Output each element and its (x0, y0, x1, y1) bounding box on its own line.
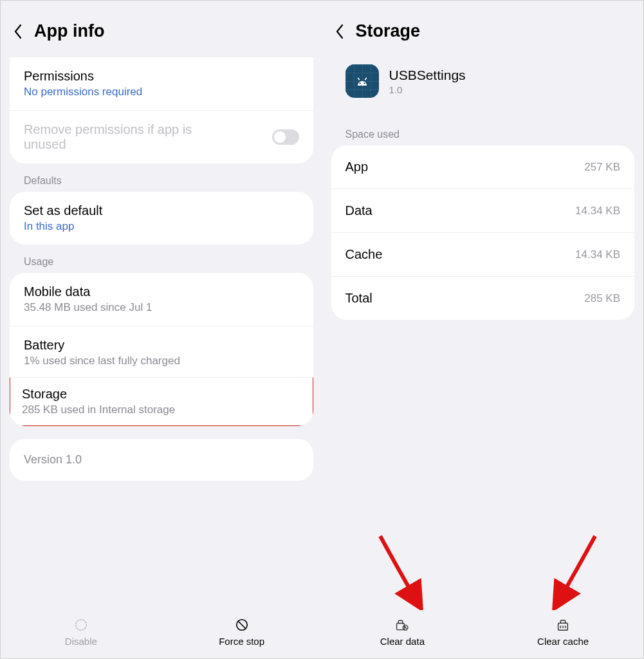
space-used-card: App 257 KB Data 14.34 KB Cache 14.34 KB … (331, 145, 635, 320)
mobile-data-title: Mobile data (24, 284, 152, 299)
data-size-value: 14.34 KB (575, 205, 620, 218)
data-size-row: Data 14.34 KB (331, 189, 635, 232)
version-row: Version 1.0 (10, 439, 313, 481)
disable-label: Disable (65, 636, 97, 647)
app-icon (345, 64, 379, 98)
app-version: 1.0 (389, 84, 466, 95)
permissions-subtitle: No permissions required (24, 86, 142, 98)
svg-line-6 (365, 78, 366, 79)
clear-cache-label: Clear cache (537, 636, 589, 647)
section-usage: Usage (1, 245, 322, 273)
data-size-label: Data (345, 203, 373, 218)
svg-line-5 (358, 78, 359, 79)
version-card: Version 1.0 (10, 439, 313, 481)
defaults-card: Set as default In this app (10, 192, 313, 245)
clear-cache-icon (556, 618, 570, 632)
mobile-data-subtitle: 35.48 MB used since Jul 1 (24, 301, 152, 314)
battery-subtitle: 1% used since last fully charged (24, 355, 180, 367)
set-default-title: Set as default (24, 203, 102, 218)
app-size-value: 257 KB (584, 161, 620, 174)
disable-button: Disable (1, 618, 161, 647)
clear-data-label: Clear data (380, 636, 425, 647)
remove-permissions-toggle[interactable] (272, 129, 299, 145)
set-default-subtitle: In this app (24, 220, 102, 233)
permissions-title: Permissions (24, 69, 142, 84)
total-size-row: Total 285 KB (331, 276, 635, 320)
storage-title: Storage (22, 387, 175, 402)
remove-permissions-row[interactable]: Remove permissions if app is unused (10, 110, 313, 163)
storage-screen: Storage USBSettings 1.0 Space used App 2… (322, 1, 644, 658)
force-stop-label: Force stop (219, 636, 264, 647)
back-icon[interactable] (14, 24, 23, 39)
app-size-row: App 257 KB (331, 145, 635, 189)
privacy-card: Permissions No permissions required Remo… (10, 57, 313, 163)
battery-title: Battery (24, 338, 180, 353)
set-default-row[interactable]: Set as default In this app (10, 192, 313, 245)
app-header: USBSettings 1.0 (322, 57, 644, 111)
app-name: USBSettings (389, 68, 466, 83)
battery-row[interactable]: Battery 1% used since last fully charged (10, 326, 313, 379)
mobile-data-row[interactable]: Mobile data 35.48 MB used since Jul 1 (10, 273, 313, 326)
bottom-bar: Disable Force stop (1, 609, 322, 658)
remove-permissions-title: Remove permissions if app is unused (24, 122, 217, 152)
bottom-bar: Clear data Clear cache (322, 609, 644, 658)
storage-subtitle: 285 KB used in Internal storage (22, 404, 175, 416)
svg-point-4 (363, 82, 365, 84)
svg-line-2 (238, 622, 245, 629)
annotation-arrow-right (544, 533, 602, 610)
permissions-row[interactable]: Permissions No permissions required (10, 57, 313, 110)
cache-size-value: 14.34 KB (575, 248, 620, 261)
app-info-screen: App info Permissions No permissions requ… (1, 1, 322, 658)
force-stop-icon (235, 618, 249, 632)
svg-point-0 (76, 620, 87, 631)
page-title: App info (34, 21, 104, 41)
usage-card: Mobile data 35.48 MB used since Jul 1 Ba… (10, 273, 313, 426)
back-icon[interactable] (335, 24, 344, 39)
cache-size-row: Cache 14.34 KB (331, 232, 635, 276)
header: App info (1, 1, 322, 57)
section-space-used: Space used (322, 111, 644, 145)
total-size-label: Total (345, 291, 373, 306)
page-title: Storage (356, 21, 421, 41)
header: Storage (322, 1, 644, 57)
clear-cache-button[interactable]: Clear cache (483, 618, 643, 647)
version-text: Version 1.0 (24, 453, 82, 467)
app-size-label: App (345, 160, 369, 174)
clear-data-button[interactable]: Clear data (322, 618, 483, 647)
section-defaults: Defaults (1, 163, 322, 192)
total-size-value: 285 KB (584, 292, 620, 305)
storage-row[interactable]: Storage 285 KB used in Internal storage (10, 377, 313, 426)
force-stop-button[interactable]: Force stop (161, 618, 322, 647)
disable-icon (74, 618, 88, 632)
svg-line-10 (405, 627, 407, 628)
svg-point-3 (359, 82, 360, 84)
cache-size-label: Cache (345, 247, 383, 262)
annotation-arrow-left (374, 533, 432, 610)
clear-data-icon (395, 618, 409, 632)
